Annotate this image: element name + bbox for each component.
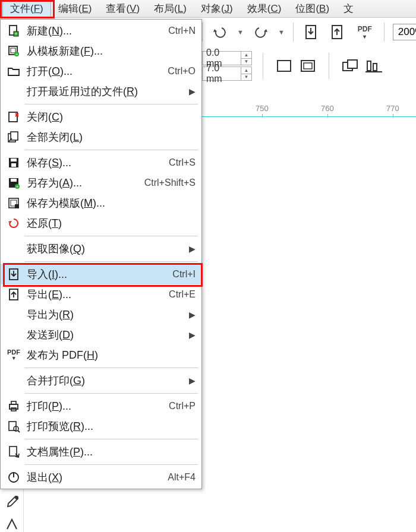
menu-item-文档属性[interactable]: 文档属性(P)...	[1, 442, 201, 462]
menu-item-导出为[interactable]: 导出为(R)▶	[1, 305, 201, 325]
menu-item-另存为[interactable]: +另存为(A)...Ctrl+Shift+S	[1, 173, 201, 193]
menu-item-还原[interactable]: 还原(T)	[1, 213, 201, 233]
rect-filled-tool-icon[interactable]	[298, 53, 318, 79]
toolbar-separator	[263, 53, 263, 79]
menu-label: 导入(I)...	[27, 267, 165, 281]
menu-item-发布为 PDF[interactable]: PDF▾发布为 PDF(H)	[1, 345, 201, 365]
menu-item-保存为模版[interactable]: 保存为模版(M)...	[1, 193, 201, 213]
menu-label: 发送到(D)	[27, 328, 184, 342]
spin-up-icon[interactable]: ▲	[241, 52, 251, 59]
submenu-arrow-icon: ▶	[189, 310, 196, 319]
pdf-icon: PDF▾	[4, 347, 23, 363]
menu-item-合并打印[interactable]: 合并打印(G)▶	[1, 370, 201, 391]
menubar-edit[interactable]: 编辑(E)	[51, 0, 99, 18]
menu-label: 打印(P)...	[27, 399, 162, 413]
rect-tool-icon[interactable]	[274, 53, 294, 79]
ruler-tick: 760	[321, 104, 334, 113]
undo-icon[interactable]	[211, 23, 229, 41]
svg-rect-25	[11, 179, 17, 182]
menu-label: 关闭(C)	[27, 110, 196, 124]
redo-icon[interactable]	[252, 23, 270, 41]
menu-item-关闭[interactable]: 关闭(C)	[1, 107, 201, 127]
toolbar-separator	[329, 53, 329, 79]
menu-separator	[24, 261, 198, 262]
menu-label: 从模板新建(F)...	[27, 44, 196, 58]
menu-label: 导出(E)...	[27, 287, 162, 302]
menubar: 文件(F) 编辑(E) 查看(V) 布局(L) 对象(J) 效果(C) 位图(B…	[0, 0, 416, 18]
toolbar: ▼ ▼ PDF▾ 200%	[202, 19, 416, 45]
svg-text:+: +	[14, 31, 17, 37]
svg-rect-8	[373, 64, 377, 71]
export-icon	[4, 286, 23, 303]
menu-label: 打印预览(R)...	[27, 419, 196, 433]
menu-label: 文档属性(P)...	[27, 445, 196, 459]
new-template-icon: +	[4, 43, 23, 59]
spin-up-icon[interactable]: ▲	[241, 67, 251, 74]
svg-rect-7	[367, 61, 371, 71]
menubar-view[interactable]: 查看(V)	[99, 0, 147, 18]
svg-rect-30	[15, 204, 19, 208]
import-toolbar-icon[interactable]	[302, 23, 320, 41]
overlap-tool-icon[interactable]	[340, 53, 360, 79]
dropdown-caret-icon[interactable]: ▼	[237, 28, 244, 36]
spin-down-icon[interactable]: ▼	[241, 59, 251, 65]
menu-item-导入[interactable]: 导入(I)...Ctrl+I	[1, 264, 201, 284]
pdf-toolbar-icon[interactable]: PDF▾	[354, 23, 376, 41]
menubar-file[interactable]: 文件(F)	[2, 0, 51, 18]
menu-item-退出[interactable]: 退出(X)Alt+F4	[1, 467, 201, 487]
open-icon	[4, 63, 23, 80]
menu-label: 发布为 PDF(H)	[27, 348, 196, 362]
menu-separator	[24, 104, 198, 104]
eyedropper-tool-icon[interactable]	[3, 494, 21, 510]
dimensions-panel: 0.0 mm ▲▼ 7.0 mm ▲▼	[202, 51, 384, 81]
menu-item-发送到[interactable]: 发送到(D)▶	[1, 325, 201, 345]
svg-rect-34	[11, 401, 16, 404]
menu-shortcut: Alt+F4	[168, 472, 196, 483]
menu-separator	[24, 439, 198, 439]
doc-props-icon	[4, 444, 23, 460]
menu-item-打开[interactable]: 打开(O)...Ctrl+O	[1, 61, 201, 81]
menubar-layout[interactable]: 布局(L)	[147, 0, 194, 18]
menu-separator	[24, 464, 198, 465]
svg-rect-2	[278, 61, 291, 71]
new-doc-icon: +	[4, 23, 23, 39]
shape-tool-icon[interactable]	[3, 516, 21, 532]
submenu-arrow-icon: ▶	[189, 87, 196, 96]
spin-down-icon[interactable]: ▼	[241, 74, 251, 81]
menubar-effects[interactable]: 效果(C)	[240, 0, 289, 18]
menu-label: 打开(O)...	[27, 64, 160, 78]
menu-item-打印预览[interactable]: 打印预览(R)...	[1, 416, 201, 436]
menu-label: 退出(X)	[27, 470, 160, 484]
print-icon	[4, 398, 23, 414]
menu-label: 获取图像(Q)	[27, 242, 184, 256]
menu-item-获取图像[interactable]: 获取图像(Q)▶	[1, 239, 201, 259]
blank-icon	[4, 306, 23, 323]
menu-item-打开最近用过的文件[interactable]: 打开最近用过的文件(R)▶	[1, 81, 201, 102]
menu-item-新建[interactable]: +新建(N)...Ctrl+N	[1, 21, 201, 41]
menu-shortcut: Ctrl+N	[168, 26, 196, 36]
blank-icon	[4, 83, 23, 100]
menu-separator	[24, 150, 198, 150]
menubar-object[interactable]: 对象(J)	[194, 0, 240, 18]
menu-label: 导出为(R)	[27, 308, 184, 322]
align-tool-icon[interactable]	[364, 53, 384, 79]
menu-item-打印[interactable]: 打印(P)...Ctrl+P	[1, 396, 201, 416]
height-input[interactable]: 7.0 mm ▲▼	[202, 66, 252, 81]
menu-label: 保存(S)...	[27, 156, 162, 170]
menu-item-保存[interactable]: 保存(S)...Ctrl+S	[1, 153, 201, 173]
menu-shortcut: Ctrl+Shift+S	[144, 178, 196, 188]
menu-shortcut: Ctrl+S	[169, 157, 196, 168]
menu-item-全部关闭[interactable]: 全部关闭(L)	[1, 127, 201, 147]
menubar-text[interactable]: 文	[336, 0, 361, 18]
close-icon	[4, 109, 23, 125]
dropdown-caret-icon[interactable]: ▼	[278, 28, 285, 36]
export-toolbar-icon[interactable]	[328, 23, 346, 41]
submenu-arrow-icon: ▶	[189, 330, 196, 340]
zoom-level[interactable]: 200%	[393, 24, 416, 40]
print-preview-icon	[4, 418, 23, 435]
menu-item-导出[interactable]: 导出(E)...Ctrl+E	[1, 284, 201, 305]
svg-text:+: +	[15, 52, 18, 57]
menu-item-从模板新建[interactable]: +从模板新建(F)...	[1, 41, 201, 61]
menubar-bitmap[interactable]: 位图(B)	[288, 0, 336, 18]
revert-icon	[4, 215, 23, 232]
